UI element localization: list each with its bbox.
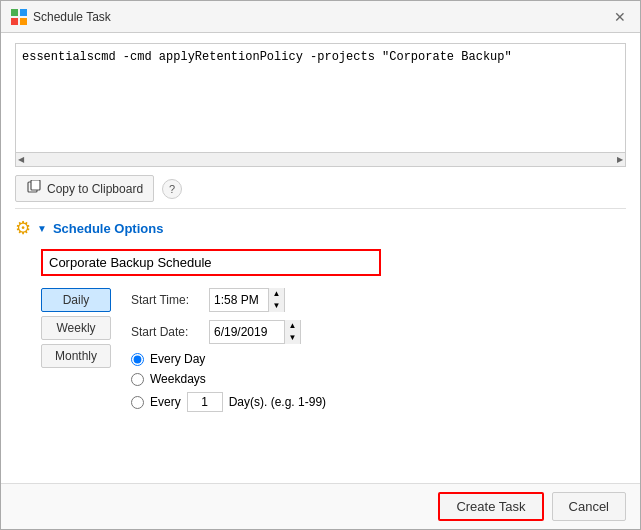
- schedule-name-input[interactable]: [41, 249, 381, 276]
- title-bar: Schedule Task ✕: [1, 1, 640, 33]
- copy-icon: [26, 180, 42, 197]
- horizontal-scrollbar[interactable]: ◀ ▶: [15, 153, 626, 167]
- every-day-radio[interactable]: [131, 353, 144, 366]
- weekdays-label: Weekdays: [150, 372, 206, 386]
- copy-button-label: Copy to Clipboard: [47, 182, 143, 196]
- weekly-button[interactable]: Weekly: [41, 316, 111, 340]
- every-n-days-input[interactable]: [187, 392, 223, 412]
- schedule-name-row: [41, 249, 626, 276]
- schedule-options-title[interactable]: Schedule Options: [53, 221, 164, 236]
- start-date-input[interactable]: [210, 321, 284, 343]
- time-spin-up-button[interactable]: ▲: [268, 288, 284, 300]
- help-button[interactable]: ?: [162, 179, 182, 199]
- start-time-input[interactable]: [210, 289, 268, 311]
- schedule-body: Daily Weekly Monthly Start Time: ▲ ▼: [41, 288, 626, 412]
- cancel-button[interactable]: Cancel: [552, 492, 626, 521]
- start-date-row: Start Date: ▲ ▼: [131, 320, 626, 344]
- every-n-days-suffix: Day(s). (e.g. 1-99): [229, 395, 326, 409]
- dialog-content: ◀ ▶ Copy to Clipboard ? ⚙ ▼ Schedule: [1, 33, 640, 483]
- recurrence-radio-group: Every Day Weekdays Every Day(s). (e.g. 1…: [131, 352, 626, 412]
- toolbar-row: Copy to Clipboard ?: [15, 167, 626, 209]
- svg-rect-2: [11, 18, 18, 25]
- schedule-task-dialog: Schedule Task ✕ ◀ ▶ Copy to Clipboard ?: [0, 0, 641, 530]
- svg-rect-3: [20, 18, 27, 25]
- title-bar-left: Schedule Task: [11, 9, 111, 25]
- create-task-button[interactable]: Create Task: [438, 492, 543, 521]
- frequency-buttons: Daily Weekly Monthly: [41, 288, 111, 412]
- start-date-label: Start Date:: [131, 325, 201, 339]
- daily-button[interactable]: Daily: [41, 288, 111, 312]
- command-textarea[interactable]: [15, 43, 626, 153]
- dialog-title: Schedule Task: [33, 10, 111, 24]
- every-day-label: Every Day: [150, 352, 205, 366]
- date-spin-buttons: ▲ ▼: [284, 320, 300, 344]
- scroll-left-icon: ◀: [18, 155, 24, 164]
- time-spin-buttons: ▲ ▼: [268, 288, 284, 312]
- svg-rect-1: [20, 9, 27, 16]
- date-spin-up-button[interactable]: ▲: [284, 320, 300, 332]
- weekdays-radio[interactable]: [131, 373, 144, 386]
- every-n-days-row: Every Day(s). (e.g. 1-99): [131, 392, 626, 412]
- copy-clipboard-button[interactable]: Copy to Clipboard: [15, 175, 154, 202]
- start-date-input-container: ▲ ▼: [209, 320, 301, 344]
- svg-rect-0: [11, 9, 18, 16]
- weekdays-row: Weekdays: [131, 372, 626, 386]
- time-spin-down-button[interactable]: ▼: [268, 300, 284, 312]
- dialog-footer: Create Task Cancel: [1, 483, 640, 529]
- app-icon: [11, 9, 27, 25]
- start-time-row: Start Time: ▲ ▼: [131, 288, 626, 312]
- schedule-section: ⚙ ▼ Schedule Options Daily Weekly Monthl…: [15, 209, 626, 473]
- monthly-button[interactable]: Monthly: [41, 344, 111, 368]
- every-day-row: Every Day: [131, 352, 626, 366]
- start-time-label: Start Time:: [131, 293, 201, 307]
- collapse-arrow-icon: ▼: [37, 223, 47, 234]
- schedule-header: ⚙ ▼ Schedule Options: [15, 217, 626, 239]
- start-time-input-container: ▲ ▼: [209, 288, 285, 312]
- every-n-radio[interactable]: [131, 396, 144, 409]
- every-n-label: Every: [150, 395, 181, 409]
- options-panel: Start Time: ▲ ▼ Start Date:: [131, 288, 626, 412]
- svg-rect-5: [31, 180, 40, 190]
- gear-icon: ⚙: [15, 217, 31, 239]
- close-button[interactable]: ✕: [610, 7, 630, 27]
- date-spin-down-button[interactable]: ▼: [284, 332, 300, 344]
- scroll-right-icon: ▶: [617, 155, 623, 164]
